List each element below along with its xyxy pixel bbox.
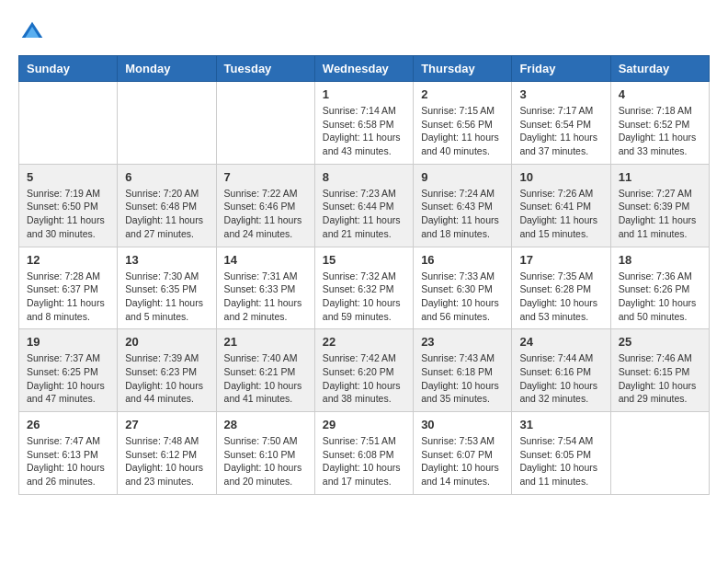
calendar-cell: 18Sunrise: 7:36 AM Sunset: 6:26 PM Dayli… (610, 247, 709, 329)
day-info: Sunrise: 7:19 AM Sunset: 6:50 PM Dayligh… (27, 187, 109, 241)
calendar-cell: 30Sunrise: 7:53 AM Sunset: 6:07 PM Dayli… (414, 412, 512, 495)
day-info: Sunrise: 7:15 AM Sunset: 6:56 PM Dayligh… (421, 104, 504, 158)
day-number: 8 (323, 170, 405, 184)
day-info: Sunrise: 7:47 AM Sunset: 6:13 PM Dayligh… (27, 434, 109, 488)
calendar-cell: 12Sunrise: 7:28 AM Sunset: 6:37 PM Dayli… (19, 247, 118, 329)
calendar-cell: 23Sunrise: 7:43 AM Sunset: 6:18 PM Dayli… (414, 329, 512, 412)
day-info: Sunrise: 7:39 AM Sunset: 6:23 PM Dayligh… (125, 351, 208, 406)
day-of-week-header: Friday (512, 56, 610, 82)
calendar-header-row: SundayMondayTuesdayWednesdayThursdayFrid… (19, 56, 710, 82)
calendar-cell: 26Sunrise: 7:47 AM Sunset: 6:13 PM Dayli… (19, 412, 118, 495)
calendar-cell (216, 82, 314, 165)
day-info: Sunrise: 7:50 AM Sunset: 6:10 PM Dayligh… (224, 434, 307, 488)
day-number: 22 (323, 335, 405, 349)
day-info: Sunrise: 7:30 AM Sunset: 6:35 PM Dayligh… (125, 270, 208, 324)
day-info: Sunrise: 7:24 AM Sunset: 6:43 PM Dayligh… (421, 187, 504, 241)
calendar-cell: 16Sunrise: 7:33 AM Sunset: 6:30 PM Dayli… (414, 247, 512, 329)
day-number: 28 (224, 418, 307, 431)
day-number: 26 (27, 418, 109, 431)
logo (18, 18, 50, 46)
calendar-cell: 9Sunrise: 7:24 AM Sunset: 6:43 PM Daylig… (414, 164, 512, 247)
day-number: 17 (519, 253, 602, 267)
calendar-cell: 13Sunrise: 7:30 AM Sunset: 6:35 PM Dayli… (118, 247, 216, 329)
day-number: 10 (519, 170, 602, 184)
calendar-cell: 15Sunrise: 7:32 AM Sunset: 6:32 PM Dayli… (314, 247, 413, 329)
day-info: Sunrise: 7:14 AM Sunset: 6:58 PM Dayligh… (323, 104, 405, 158)
day-number: 7 (224, 170, 307, 184)
day-number: 18 (619, 253, 701, 267)
day-info: Sunrise: 7:40 AM Sunset: 6:21 PM Dayligh… (224, 351, 307, 406)
calendar-cell: 21Sunrise: 7:40 AM Sunset: 6:21 PM Dayli… (216, 329, 314, 412)
day-of-week-header: Thursday (414, 56, 512, 82)
day-info: Sunrise: 7:53 AM Sunset: 6:07 PM Dayligh… (421, 434, 504, 488)
day-number: 15 (323, 253, 405, 267)
calendar-cell: 27Sunrise: 7:48 AM Sunset: 6:12 PM Dayli… (118, 412, 216, 495)
day-info: Sunrise: 7:46 AM Sunset: 6:15 PM Dayligh… (619, 351, 701, 406)
day-number: 3 (519, 87, 602, 101)
day-number: 25 (619, 335, 701, 349)
day-of-week-header: Wednesday (314, 56, 413, 82)
calendar-cell: 17Sunrise: 7:35 AM Sunset: 6:28 PM Dayli… (512, 247, 610, 329)
day-number: 27 (125, 418, 208, 431)
day-info: Sunrise: 7:33 AM Sunset: 6:30 PM Dayligh… (421, 270, 504, 324)
day-info: Sunrise: 7:22 AM Sunset: 6:46 PM Dayligh… (224, 187, 307, 241)
calendar-cell: 25Sunrise: 7:46 AM Sunset: 6:15 PM Dayli… (610, 329, 709, 412)
day-number: 19 (27, 335, 109, 349)
calendar-cell (19, 82, 118, 165)
day-number: 5 (27, 170, 109, 184)
calendar-cell: 6Sunrise: 7:20 AM Sunset: 6:48 PM Daylig… (118, 164, 216, 247)
day-info: Sunrise: 7:37 AM Sunset: 6:25 PM Dayligh… (27, 351, 109, 406)
calendar-cell: 8Sunrise: 7:23 AM Sunset: 6:44 PM Daylig… (314, 164, 413, 247)
day-number: 12 (27, 253, 109, 267)
day-of-week-header: Tuesday (216, 56, 314, 82)
day-info: Sunrise: 7:35 AM Sunset: 6:28 PM Dayligh… (519, 270, 602, 324)
calendar-cell: 31Sunrise: 7:54 AM Sunset: 6:05 PM Dayli… (512, 412, 610, 495)
day-number: 14 (224, 253, 307, 267)
day-info: Sunrise: 7:27 AM Sunset: 6:39 PM Dayligh… (619, 187, 701, 241)
calendar-cell (118, 82, 216, 165)
day-info: Sunrise: 7:17 AM Sunset: 6:54 PM Dayligh… (519, 104, 602, 158)
calendar-cell: 24Sunrise: 7:44 AM Sunset: 6:16 PM Dayli… (512, 329, 610, 412)
day-number: 6 (125, 170, 208, 184)
calendar-week-row: 26Sunrise: 7:47 AM Sunset: 6:13 PM Dayli… (19, 412, 710, 495)
day-of-week-header: Saturday (610, 56, 709, 82)
calendar-week-row: 5Sunrise: 7:19 AM Sunset: 6:50 PM Daylig… (19, 164, 710, 247)
day-info: Sunrise: 7:54 AM Sunset: 6:05 PM Dayligh… (519, 434, 602, 488)
calendar-cell: 29Sunrise: 7:51 AM Sunset: 6:08 PM Dayli… (314, 412, 413, 495)
calendar-cell: 11Sunrise: 7:27 AM Sunset: 6:39 PM Dayli… (610, 164, 709, 247)
calendar-week-row: 19Sunrise: 7:37 AM Sunset: 6:25 PM Dayli… (19, 329, 710, 412)
calendar-cell: 22Sunrise: 7:42 AM Sunset: 6:20 PM Dayli… (314, 329, 413, 412)
calendar-table: SundayMondayTuesdayWednesdayThursdayFrid… (18, 55, 710, 495)
calendar-cell: 5Sunrise: 7:19 AM Sunset: 6:50 PM Daylig… (19, 164, 118, 247)
day-number: 30 (421, 418, 504, 431)
day-number: 13 (125, 253, 208, 267)
calendar-cell: 1Sunrise: 7:14 AM Sunset: 6:58 PM Daylig… (314, 82, 413, 165)
day-number: 4 (619, 87, 701, 101)
day-number: 21 (224, 335, 307, 349)
calendar-cell: 7Sunrise: 7:22 AM Sunset: 6:46 PM Daylig… (216, 164, 314, 247)
day-info: Sunrise: 7:44 AM Sunset: 6:16 PM Dayligh… (519, 351, 602, 406)
day-info: Sunrise: 7:48 AM Sunset: 6:12 PM Dayligh… (125, 434, 208, 488)
calendar-cell: 28Sunrise: 7:50 AM Sunset: 6:10 PM Dayli… (216, 412, 314, 495)
calendar-week-row: 12Sunrise: 7:28 AM Sunset: 6:37 PM Dayli… (19, 247, 710, 329)
day-info: Sunrise: 7:28 AM Sunset: 6:37 PM Dayligh… (27, 270, 109, 324)
calendar-cell: 19Sunrise: 7:37 AM Sunset: 6:25 PM Dayli… (19, 329, 118, 412)
day-info: Sunrise: 7:18 AM Sunset: 6:52 PM Dayligh… (619, 104, 701, 158)
day-info: Sunrise: 7:32 AM Sunset: 6:32 PM Dayligh… (323, 270, 405, 324)
day-number: 9 (421, 170, 504, 184)
day-number: 29 (323, 418, 405, 431)
day-number: 11 (619, 170, 701, 184)
day-info: Sunrise: 7:42 AM Sunset: 6:20 PM Dayligh… (323, 351, 405, 406)
day-info: Sunrise: 7:20 AM Sunset: 6:48 PM Dayligh… (125, 187, 208, 241)
calendar-cell: 3Sunrise: 7:17 AM Sunset: 6:54 PM Daylig… (512, 82, 610, 165)
day-of-week-header: Monday (118, 56, 216, 82)
day-number: 16 (421, 253, 504, 267)
day-info: Sunrise: 7:51 AM Sunset: 6:08 PM Dayligh… (323, 434, 405, 488)
logo-icon (18, 18, 46, 46)
day-number: 24 (519, 335, 602, 349)
calendar-cell: 20Sunrise: 7:39 AM Sunset: 6:23 PM Dayli… (118, 329, 216, 412)
calendar-cell (610, 412, 709, 495)
day-number: 1 (323, 87, 405, 101)
calendar-cell: 10Sunrise: 7:26 AM Sunset: 6:41 PM Dayli… (512, 164, 610, 247)
calendar-cell: 4Sunrise: 7:18 AM Sunset: 6:52 PM Daylig… (610, 82, 709, 165)
